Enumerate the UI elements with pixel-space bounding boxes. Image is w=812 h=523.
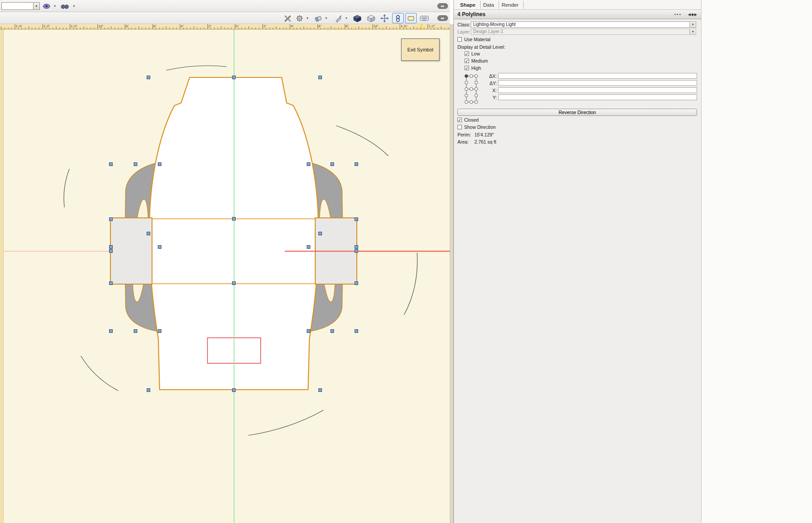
flyover-tool-dropdown[interactable]: ▾ [72, 3, 76, 9]
selection-handle[interactable] [319, 232, 322, 235]
attribute-tool-button[interactable] [283, 13, 293, 23]
detail-high-checkbox[interactable]: ✓ [465, 66, 469, 70]
selection-handle[interactable] [307, 163, 310, 166]
keyboard-entry-button[interactable] [419, 13, 430, 23]
side-box-left[interactable] [110, 218, 152, 284]
selection-handle[interactable] [319, 76, 322, 79]
selection-handle[interactable] [355, 250, 358, 253]
show-direction-row[interactable]: Show Direction [457, 124, 496, 130]
move-tool-button[interactable] [379, 13, 390, 23]
solid-mode-button[interactable] [352, 13, 363, 23]
ruler-tick [345, 24, 345, 29]
tab-render[interactable]: Render [499, 1, 524, 9]
palette-options-icon[interactable]: ●●● [674, 13, 682, 16]
chevron-down-icon[interactable]: ▾ [689, 22, 696, 27]
selection-handle[interactable] [110, 250, 113, 253]
settings-tool-dropdown[interactable]: ▾ [305, 15, 310, 21]
palette-nav-icon[interactable]: ◀◆▶ [688, 13, 698, 17]
selection-handle[interactable] [355, 163, 358, 166]
selection-handle[interactable] [110, 163, 113, 166]
mode-toolbar: ▾ ▾ ▾ [0, 12, 450, 24]
selection-handle[interactable] [355, 330, 358, 333]
ruler-tick [400, 24, 400, 29]
clip-tool-button[interactable] [333, 13, 344, 23]
settings-tool-button[interactable] [294, 13, 305, 23]
area-value: 2.761 sq ft [474, 139, 496, 145]
drawing-canvas[interactable]: Exit Symbol [0, 30, 450, 523]
plane-toggle-button[interactable] [405, 13, 417, 23]
eraser-tool-button[interactable] [313, 13, 324, 23]
selection-handle[interactable] [233, 282, 236, 285]
ruler-tick [32, 28, 32, 30]
tab-shape[interactable]: Shape [457, 1, 481, 9]
toolbar-combo[interactable]: ▾ [1, 2, 40, 10]
flyover-tool-button[interactable] [59, 1, 70, 11]
selection-handle[interactable] [331, 330, 334, 333]
eraser-tool-dropdown[interactable]: ▾ [324, 15, 329, 21]
selection-handle[interactable] [134, 163, 137, 166]
closed-row[interactable]: ✓ Closed [457, 117, 479, 123]
selection-handle[interactable] [147, 76, 150, 79]
selection-handle[interactable] [355, 218, 358, 221]
detail-medium-row[interactable]: ✓ Medium [465, 58, 488, 64]
ruler-tick [235, 24, 235, 29]
selection-handle[interactable] [147, 232, 150, 235]
y-input[interactable] [498, 94, 697, 100]
horizontal-ruler: 1'-4"1'-2"1'-0"10"8"6"4"2"0"2"4"6"8"10"1… [0, 24, 450, 30]
detail-low-checkbox[interactable]: ✓ [465, 51, 469, 56]
show-direction-label: Show Direction [464, 124, 496, 130]
reverse-direction-button[interactable]: Reverse Direction [457, 109, 697, 116]
selection-handle[interactable] [355, 246, 358, 249]
ruler-tick [228, 28, 228, 30]
selection-handle[interactable] [331, 163, 334, 166]
view-tool-dropdown[interactable]: ▾ [52, 3, 57, 9]
selection-handle[interactable] [307, 246, 310, 249]
selection-handle[interactable] [233, 217, 236, 221]
selection-handle[interactable] [158, 246, 161, 249]
chevron-down-icon[interactable]: ▾ [33, 3, 39, 9]
selection-handle[interactable] [147, 389, 150, 392]
tab-data[interactable]: Data [481, 1, 499, 9]
selection-handle[interactable] [110, 282, 113, 285]
selection-handle[interactable] [134, 330, 137, 333]
x-input[interactable] [498, 87, 697, 93]
delta-x-input[interactable] [498, 73, 697, 79]
toolbar-collapse-button[interactable]: ◂▸ [437, 3, 448, 9]
selection-handle[interactable] [233, 76, 236, 79]
selection-handle[interactable] [110, 330, 113, 333]
detail-high-row[interactable]: ✓ High [465, 65, 481, 71]
selection-handle[interactable] [110, 246, 113, 249]
eraser-icon [314, 14, 323, 23]
selection-handle[interactable] [233, 389, 236, 392]
show-direction-checkbox[interactable] [457, 125, 462, 129]
use-material-checkbox[interactable] [457, 37, 462, 42]
detail-low-row[interactable]: ✓ Low [465, 51, 480, 56]
view-tool-button[interactable] [41, 1, 52, 11]
delta-y-input[interactable] [498, 80, 697, 86]
link-toggle-button[interactable] [392, 13, 404, 23]
vertical-scrollbar[interactable] [450, 24, 453, 523]
link-icon [394, 14, 402, 22]
ruler-tick [87, 28, 87, 30]
perimeter-label: Perim: [457, 132, 473, 137]
modebar-collapse-button[interactable]: ◂▸ [437, 15, 448, 21]
use-material-row[interactable]: Use Material [457, 37, 491, 42]
closed-checkbox[interactable]: ✓ [457, 118, 462, 122]
detail-medium-checkbox[interactable]: ✓ [465, 59, 469, 63]
selection-handle[interactable] [355, 282, 358, 285]
selection-handle[interactable] [307, 330, 310, 333]
rotation-arc [336, 126, 388, 156]
class-select[interactable]: Lighting-Moving Light ▾ [471, 21, 696, 28]
ruler-label: 0" [236, 24, 239, 28]
ruler-tick [42, 24, 43, 29]
selection-handle[interactable] [110, 218, 113, 221]
selection-handle[interactable] [158, 163, 161, 166]
wireframe-mode-button[interactable] [366, 13, 376, 23]
ruler-tick [438, 28, 438, 30]
knife-icon [334, 14, 343, 23]
exit-symbol-button[interactable]: Exit Symbol [401, 38, 440, 61]
ruler-tick [80, 28, 80, 30]
clip-tool-dropdown[interactable]: ▾ [344, 15, 349, 21]
selection-handle[interactable] [158, 330, 161, 333]
selection-handle[interactable] [319, 389, 322, 392]
